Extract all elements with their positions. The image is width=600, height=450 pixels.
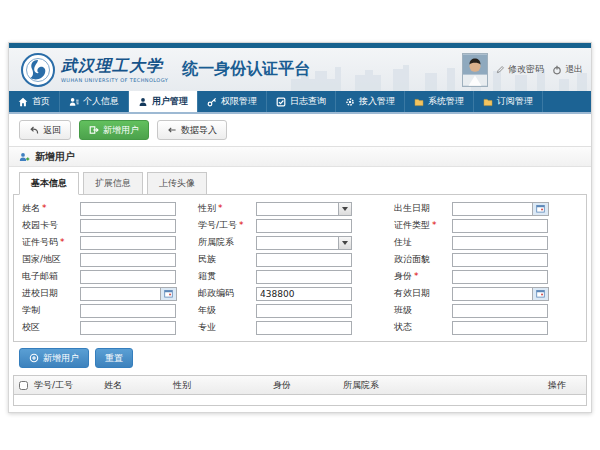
import-arrow-icon <box>167 125 177 135</box>
reset-button[interactable]: 重置 <box>95 348 133 368</box>
folder-icon <box>483 97 493 107</box>
add-user-icon <box>89 125 99 135</box>
form-field: 证件类型* <box>394 219 578 233</box>
person-card-icon <box>69 97 79 107</box>
reset-label: 重置 <box>105 352 123 365</box>
select-all-checkbox[interactable] <box>19 381 28 390</box>
gear-icon <box>345 97 355 107</box>
form-field: 校区 <box>22 321 198 335</box>
section-title: 新增用户 <box>35 150 75 164</box>
status-input[interactable] <box>452 321 548 335</box>
country-region-input[interactable] <box>80 253 176 267</box>
form-field: 校园卡号 <box>22 219 198 233</box>
email-input[interactable] <box>80 270 176 284</box>
data-import-button[interactable]: 数据导入 <box>157 120 227 140</box>
person-icon <box>138 97 148 107</box>
entry-date-input[interactable] <box>80 287 160 301</box>
form-field: 出生日期 <box>394 202 578 216</box>
calendar-button[interactable] <box>532 202 549 216</box>
university-name-zh: 武汉理工大学 <box>61 56 168 77</box>
nav-item-personal-info[interactable]: 个人信息 <box>60 91 129 112</box>
ethnicity-input[interactable] <box>256 253 352 267</box>
tab-upload-avatar[interactable]: 上传头像 <box>147 172 207 195</box>
top-banner: 武汉理工大学 WUHAN UNIVERSITY OF TECHNOLOGY 统一… <box>9 48 591 91</box>
identity-input[interactable] <box>452 270 548 284</box>
form-field: 电子邮箱 <box>22 270 198 284</box>
field-label: 校区 <box>22 321 80 334</box>
form-field: 专业 <box>198 321 394 335</box>
form-field: 班级 <box>394 304 578 318</box>
study-length-input[interactable] <box>80 304 176 318</box>
nav-item-access-management[interactable]: 接入管理 <box>336 91 405 112</box>
folder-icon <box>414 97 424 107</box>
toolbar: 返回 新增用户 数据导入 <box>9 114 591 146</box>
col-name: 姓名 <box>102 379 171 392</box>
calendar-icon <box>536 289 545 298</box>
chevron-down-icon <box>342 241 348 245</box>
main-nav: 首页 个人信息 用户管理 权限管理 日志查询 接入管理 系统管理 订阅管理 <box>9 91 591 114</box>
student-id-input[interactable] <box>256 219 352 233</box>
platform-title: 统一身份认证平台 <box>182 59 310 80</box>
field-label: 进校日期 <box>22 287 80 300</box>
change-password-label: 修改密码 <box>508 63 544 76</box>
form-field: 姓名* <box>22 202 198 216</box>
nav-item-home[interactable]: 首页 <box>9 91 60 112</box>
class-input[interactable] <box>452 304 548 318</box>
nav-label: 日志查询 <box>290 95 326 108</box>
dropdown-button[interactable] <box>338 237 351 249</box>
id-type-input[interactable] <box>452 219 548 233</box>
calendar-button[interactable] <box>532 287 549 301</box>
field-label: 政治面貌 <box>394 253 452 266</box>
back-button[interactable]: 返回 <box>19 120 71 140</box>
add-user-toolbar-button[interactable]: 新增用户 <box>79 120 149 140</box>
form-field: 民族 <box>198 253 394 267</box>
tab-basic-info[interactable]: 基本信息 <box>19 172 79 195</box>
id-number-input[interactable] <box>80 236 176 250</box>
department-select[interactable] <box>256 236 352 250</box>
valid-date-input[interactable] <box>452 287 532 301</box>
grade-input[interactable] <box>256 304 352 318</box>
dropdown-button[interactable] <box>338 203 351 215</box>
calendar-button[interactable] <box>160 287 177 301</box>
field-label: 住址 <box>394 236 452 249</box>
university-name: 武汉理工大学 WUHAN UNIVERSITY OF TECHNOLOGY <box>61 56 168 83</box>
col-department: 所属院系 <box>341 379 546 392</box>
field-label: 身份* <box>394 270 452 283</box>
power-icon <box>552 65 562 75</box>
form-field: 状态 <box>394 321 578 335</box>
postal-code-input[interactable] <box>256 287 352 301</box>
change-password-link[interactable]: 修改密码 <box>496 63 544 76</box>
campus-card-input[interactable] <box>80 219 176 233</box>
nav-label: 系统管理 <box>428 95 464 108</box>
major-input[interactable] <box>256 321 352 335</box>
form-actions: 新增用户 重置 <box>9 342 591 374</box>
field-label: 民族 <box>198 253 256 266</box>
tab-extended-info[interactable]: 扩展信息 <box>83 172 143 195</box>
address-input[interactable] <box>452 236 548 250</box>
name-input[interactable] <box>80 202 176 216</box>
political-status-input[interactable] <box>452 253 548 267</box>
native-place-input[interactable] <box>256 270 352 284</box>
calendar-icon <box>536 204 545 213</box>
submit-add-user-button[interactable]: 新增用户 <box>19 348 89 368</box>
user-avatar <box>462 53 488 87</box>
birth-date-input[interactable] <box>452 202 532 216</box>
gender-select[interactable] <box>256 202 352 216</box>
field-label: 邮政编码 <box>198 287 256 300</box>
nav-item-system-management[interactable]: 系统管理 <box>405 91 474 112</box>
nav-item-permission-management[interactable]: 权限管理 <box>198 91 267 112</box>
nav-item-subscription-management[interactable]: 订阅管理 <box>474 91 543 112</box>
col-identity: 身份 <box>271 379 341 392</box>
form-field: 身份* <box>394 270 578 284</box>
logout-link[interactable]: 退出 <box>552 63 583 76</box>
table-header-row: 学号/工号 姓名 性别 身份 所属院系 操作 <box>14 376 586 395</box>
col-gender: 性别 <box>171 379 271 392</box>
university-logo <box>21 53 55 87</box>
campus-input[interactable] <box>80 321 176 335</box>
tab-bar: 基本信息 扩展信息 上传头像 <box>13 167 587 195</box>
nav-item-user-management[interactable]: 用户管理 <box>129 91 198 112</box>
nav-item-log-query[interactable]: 日志查询 <box>267 91 336 112</box>
logout-label: 退出 <box>565 63 583 76</box>
back-arrow-icon <box>29 125 39 135</box>
col-operations: 操作 <box>546 379 586 392</box>
